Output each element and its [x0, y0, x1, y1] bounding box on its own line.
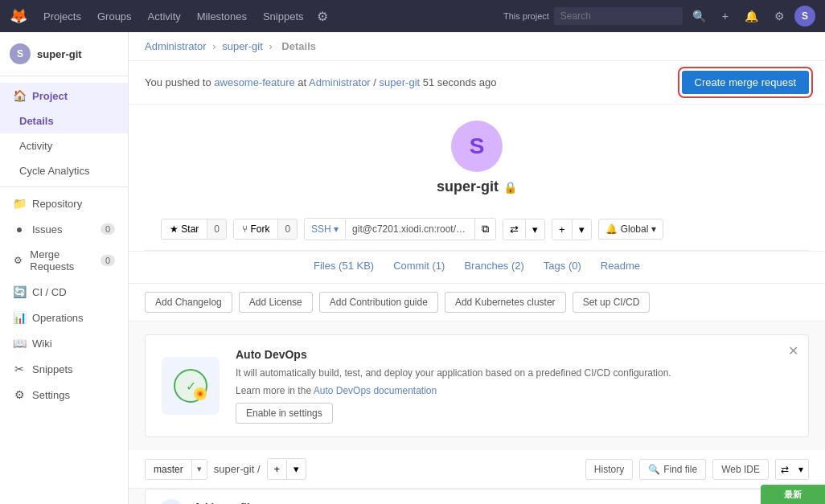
- file-add-dropdown[interactable]: ▾: [287, 459, 306, 479]
- file-browser-controls: master ▾ super-git / + ▾ History 🔍 Find …: [129, 450, 825, 489]
- nav-activity[interactable]: Activity: [142, 7, 187, 26]
- history-button[interactable]: History: [585, 459, 633, 480]
- file-add-group: + ▾: [267, 458, 307, 480]
- quick-actions: Add Changelog Add License Add Contributi…: [129, 284, 825, 322]
- breadcrumb-repo[interactable]: super-git: [222, 40, 263, 52]
- search-button[interactable]: 🔍: [686, 6, 712, 26]
- auto-devops-banner: ✓ Auto DevOps It will automatically buil…: [145, 334, 809, 437]
- sidebar-section: 🏠 Project Details Activity Cycle Analyti…: [0, 76, 128, 414]
- add-dropdown[interactable]: ▾: [573, 219, 591, 240]
- add-license-button[interactable]: Add License: [239, 292, 313, 313]
- devops-icon: ✓: [162, 357, 220, 415]
- wiki-icon: 📖: [13, 337, 26, 350]
- sidebar-item-cycle-analytics[interactable]: Cycle Analytics: [0, 158, 128, 183]
- notification-group[interactable]: 🔔 Global ▾: [598, 219, 663, 240]
- file-add-button[interactable]: +: [268, 459, 287, 479]
- project-header: S super-git 🔒 ★ ★ StarStar 0 ⑂ Fork 0 SS…: [129, 104, 825, 252]
- find-file-label: Find file: [663, 464, 697, 475]
- sidebar-item-details[interactable]: Details: [0, 109, 128, 133]
- settings-icon[interactable]: ⚙: [314, 9, 331, 24]
- breadcrumb-admin[interactable]: Administrator: [145, 40, 207, 52]
- sidebar-item-repository[interactable]: 📁 Repository: [0, 191, 128, 216]
- add-contribution-button[interactable]: Add Contribution guide: [319, 292, 438, 313]
- sidebar-item-settings[interactable]: ⚙ Settings: [0, 382, 128, 408]
- commit-info: Add new file Administrator authored 46 m…: [194, 501, 698, 505]
- auto-devops-link[interactable]: Auto DevOps documentation: [314, 385, 437, 396]
- branch-dropdown-arrow[interactable]: ▾: [191, 460, 207, 478]
- sidebar-item-wiki[interactable]: 📖 Wiki: [0, 330, 128, 356]
- main-layout: S super-git 🏠 Project Details Activity C…: [0, 32, 825, 504]
- svg-text:✓: ✓: [186, 379, 196, 393]
- action-bar: ★ ★ StarStar 0 ⑂ Fork 0 SSH ▾ git@c7201.…: [145, 208, 809, 251]
- fork-button[interactable]: ⑂ Fork: [234, 219, 277, 239]
- compare-group: ⇄ ▾: [503, 219, 545, 240]
- auto-devops-content: Auto DevOps It will automatically build,…: [236, 348, 795, 424]
- nav-groups[interactable]: Groups: [91, 7, 138, 26]
- ssh-label[interactable]: SSH ▾: [305, 219, 346, 239]
- add-changelog-button[interactable]: Add Changelog: [145, 292, 232, 313]
- notifications-button[interactable]: 🔔: [738, 6, 765, 26]
- find-file-button[interactable]: 🔍 Find file: [639, 459, 706, 480]
- settings-button[interactable]: ⚙: [768, 6, 791, 26]
- path-repo[interactable]: super-git: [214, 463, 255, 475]
- project-avatar: S: [451, 121, 503, 172]
- ssh-url: git@c7201.xiodi.cn:root/super-g: [346, 219, 474, 239]
- project-name: super-git: [437, 178, 499, 195]
- push-branch-link[interactable]: awesome-feature: [214, 76, 294, 88]
- tab-readme[interactable]: Readme: [601, 260, 640, 275]
- compare-dropdown[interactable]: ▾: [526, 219, 544, 240]
- sidebar-snippets-label: Snippets: [32, 363, 73, 375]
- sidebar-item-project[interactable]: 🏠 Project: [0, 83, 128, 109]
- breadcrumb-sep2: ›: [269, 40, 272, 52]
- user-avatar[interactable]: S: [794, 6, 815, 27]
- ssh-copy-button[interactable]: ⧉: [474, 219, 495, 240]
- sidebar-project-label: Project: [32, 90, 68, 102]
- compare-branch-dropdown[interactable]: ▾: [794, 460, 808, 479]
- add-button[interactable]: +: [552, 219, 572, 240]
- commit-title[interactable]: Add new file: [194, 501, 698, 505]
- devops-svg: ✓: [171, 367, 210, 405]
- push-time: 51 seconds ago: [423, 76, 497, 88]
- close-banner-button[interactable]: ✕: [788, 343, 798, 359]
- search-scope-label: This project: [503, 11, 549, 21]
- sidebar-item-merge-requests[interactable]: ⚙ Merge Requests 0: [0, 242, 128, 279]
- search-input[interactable]: [554, 7, 683, 25]
- push-project-link[interactable]: super-git: [380, 76, 421, 88]
- tab-tags[interactable]: Tags (0): [544, 260, 581, 275]
- tab-files[interactable]: Files (51 KB): [314, 260, 374, 275]
- tab-commit[interactable]: Commit (1): [393, 260, 445, 275]
- plus-button[interactable]: +: [716, 6, 735, 26]
- nav-projects[interactable]: Projects: [37, 7, 88, 26]
- sidebar-user[interactable]: S super-git: [0, 32, 128, 76]
- star-group: ★ ★ StarStar 0: [161, 219, 227, 240]
- add-group: + ▾: [552, 219, 592, 240]
- sidebar: S super-git 🏠 Project Details Activity C…: [0, 32, 129, 504]
- nav-milestones[interactable]: Milestones: [191, 7, 253, 26]
- sidebar-item-ci-cd[interactable]: 🔄 CI / CD: [0, 279, 128, 305]
- ssh-dropdown: SSH ▾ git@c7201.xiodi.cn:root/super-g ⧉: [304, 218, 496, 240]
- sidebar-item-issues[interactable]: ● Issues 0: [0, 216, 128, 242]
- top-nav: 🦊 Projects Groups Activity Milestones Sn…: [0, 0, 825, 32]
- compare-button[interactable]: ⇄: [503, 219, 525, 240]
- create-merge-request-button[interactable]: Create merge request: [682, 71, 809, 94]
- snippets-icon: ✂: [13, 363, 26, 375]
- push-user-link[interactable]: Administrator: [309, 76, 371, 88]
- web-ide-button[interactable]: Web IDE: [712, 459, 769, 480]
- sidebar-activity-label: Activity: [19, 140, 52, 152]
- commit-row: Add new file Administrator authored 46 m…: [145, 489, 809, 504]
- compare-branch-button[interactable]: ⇄: [776, 460, 794, 479]
- push-notification: You pushed to awesome-feature at Adminis…: [129, 61, 825, 104]
- sidebar-username: super-git: [37, 48, 82, 60]
- issues-badge: 0: [101, 223, 115, 235]
- star-button[interactable]: ★ ★ StarStar: [162, 219, 207, 239]
- setup-cicd-button[interactable]: Set up CI/CD: [573, 292, 651, 313]
- sidebar-item-snippets[interactable]: ✂ Snippets: [0, 356, 128, 382]
- tab-branches[interactable]: Branches (2): [464, 260, 523, 275]
- sidebar-item-operations[interactable]: 📊 Operations: [0, 305, 128, 330]
- auto-devops-learn: Learn more in the Auto DevOps documentat…: [236, 385, 795, 396]
- enable-settings-button[interactable]: Enable in settings: [236, 403, 333, 424]
- nav-snippets[interactable]: Snippets: [257, 7, 310, 26]
- sidebar-item-activity[interactable]: Activity: [0, 133, 128, 158]
- add-kubernetes-button[interactable]: Add Kubernetes cluster: [445, 292, 566, 313]
- repo-tabs: Files (51 KB) Commit (1) Branches (2) Ta…: [129, 252, 825, 284]
